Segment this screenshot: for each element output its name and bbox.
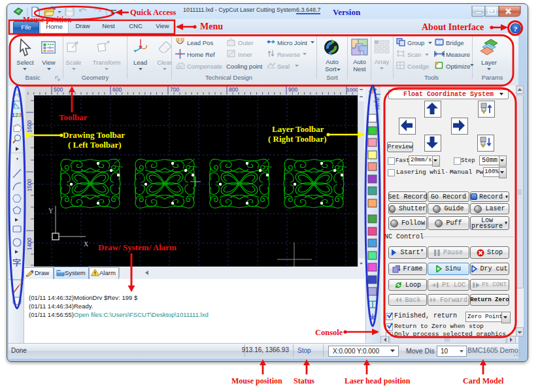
svg-text:1600: 1600 [26,120,33,133]
svg-text:700: 700 [170,86,179,93]
svg-text:600: 600 [112,86,122,93]
svg-text:X: X [84,240,89,248]
svg-text:500: 500 [54,86,63,93]
svg-text:900: 900 [288,86,297,93]
svg-text:1500: 1500 [26,179,33,191]
svg-text:?: ? [514,25,518,33]
svg-text:Layer: Layer [374,93,380,110]
svg-text:1000: 1000 [346,87,358,93]
svg-text:800: 800 [229,86,238,93]
svg-text:1400: 1400 [26,238,33,250]
svg-text:Y: Y [48,207,53,214]
svg-text:3: 3 [18,112,22,118]
